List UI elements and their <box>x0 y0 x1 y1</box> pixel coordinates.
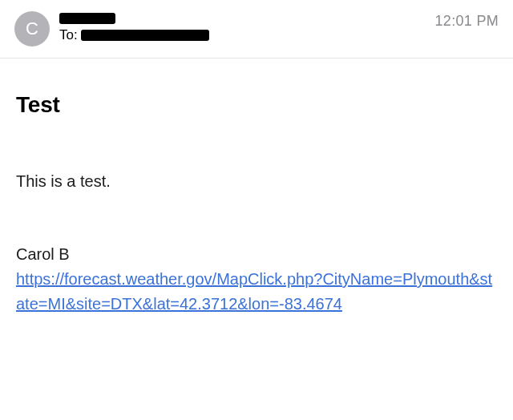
email-subject: Test <box>16 92 497 118</box>
signature-name: Carol B <box>16 242 497 267</box>
redacted-recipient <box>81 30 209 41</box>
avatar-initial: C <box>26 18 38 39</box>
email-header: C To: 12:01 PM <box>0 0 513 59</box>
header-meta: To: <box>59 11 435 43</box>
weather-link[interactable]: https://forecast.weather.gov/MapClick.ph… <box>16 270 492 313</box>
to-label: To: <box>59 27 78 43</box>
email-body: This is a test. Carol B https://forecast… <box>16 169 497 317</box>
body-line: This is a test. <box>16 169 497 194</box>
email-content: Test This is a test. Carol B https://for… <box>0 59 513 333</box>
timestamp: 12:01 PM <box>435 11 499 30</box>
to-line[interactable]: To: <box>59 27 435 43</box>
redacted-sender <box>59 13 115 24</box>
sender-avatar[interactable]: C <box>14 11 50 46</box>
from-line[interactable] <box>59 13 435 24</box>
